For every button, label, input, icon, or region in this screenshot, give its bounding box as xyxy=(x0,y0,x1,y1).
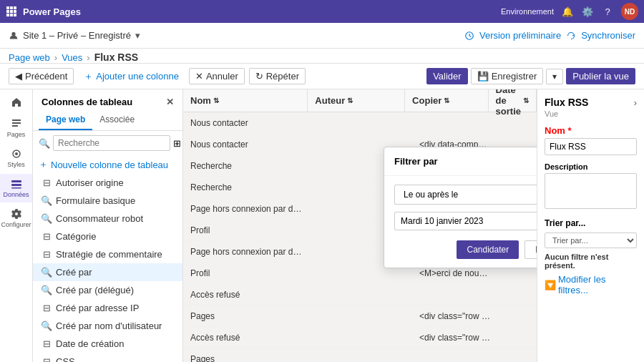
avatar[interactable]: ND xyxy=(621,3,638,20)
rp-name-input[interactable] xyxy=(545,138,637,155)
sync-link[interactable]: Synchroniser xyxy=(581,30,635,41)
search-icon: 🔍 xyxy=(42,268,52,278)
breadcrumb-current: Flux RSS xyxy=(94,52,138,63)
breadcrumb-sep1: › xyxy=(54,52,57,63)
col-auteur[interactable]: Auteur ⇅ xyxy=(308,89,405,112)
preview-link[interactable]: Version préliminaire xyxy=(479,30,561,41)
sidebar-item-cree-par[interactable]: 🔍 Créé par xyxy=(33,263,182,281)
nav-pages[interactable]: Pages xyxy=(0,114,32,142)
publish-button[interactable]: Publier la vue xyxy=(566,68,635,84)
grid-icon[interactable] xyxy=(6,6,17,17)
search-icon: 🔍 xyxy=(42,196,52,206)
table-icon: ⊟ xyxy=(42,303,52,313)
sidebar-item-cree-par-delegue[interactable]: 🔍 Créé par (délégué) xyxy=(33,281,182,299)
nav-data[interactable]: Données xyxy=(0,174,32,202)
breadcrumb-page-web[interactable]: Page web xyxy=(9,52,50,63)
table-row[interactable]: Accès refusé xyxy=(183,284,537,305)
svg-rect-1 xyxy=(10,6,13,9)
nav-styles[interactable]: Styles xyxy=(0,144,32,172)
plus-icon: ＋ xyxy=(84,70,93,83)
filter-icon[interactable]: ⊞ xyxy=(173,138,181,149)
svg-point-15 xyxy=(15,152,18,155)
svg-rect-17 xyxy=(11,184,21,186)
nav-more[interactable] xyxy=(0,357,32,362)
svg-rect-4 xyxy=(10,10,13,13)
help-icon[interactable]: ? xyxy=(601,5,614,18)
chevron-down-icon[interactable]: ▾ xyxy=(135,30,140,41)
search-icon: 🔍 xyxy=(42,285,52,295)
env-label: Environnement xyxy=(501,7,554,16)
rp-modify-filters-button[interactable]: 🔽 Modifier les filtres... xyxy=(545,274,637,295)
col-nom[interactable]: Nom ⇅ xyxy=(183,89,308,112)
validate-button[interactable]: Valider xyxy=(426,68,468,84)
tab-page-web[interactable]: Page web xyxy=(39,110,92,130)
rp-name-label: Nom * xyxy=(545,125,637,136)
bell-icon[interactable]: 🔔 xyxy=(561,5,574,18)
svg-rect-11 xyxy=(12,119,21,121)
clear-filter-button[interactable]: Effacer xyxy=(525,240,537,259)
condition-select[interactable]: Le ou après le Le ou avant le Égal à Dif… xyxy=(394,185,537,205)
rp-expand-icon[interactable]: › xyxy=(634,97,637,108)
col-date[interactable]: Date de sortie ⇅ xyxy=(489,89,537,112)
add-column-button[interactable]: ＋ Ajouter une colonne xyxy=(78,68,185,85)
svg-rect-7 xyxy=(10,14,13,16)
save-button[interactable]: 💾 Enregistrer xyxy=(471,68,544,84)
sidebar-item-formulaire[interactable]: 🔍 Formulaire basique xyxy=(33,192,182,210)
rp-sort-select[interactable]: Trier par... xyxy=(545,233,637,248)
table-row[interactable]: Accès refusé<div class="row sectionBlock… xyxy=(183,327,537,348)
rp-title: Flux RSS xyxy=(545,97,588,108)
sidebar-item-cree-par-nom[interactable]: 🔍 Créé par nom d'utilisateur xyxy=(33,317,182,335)
top-bar: Power Pages Environnement 🔔 ⚙️ ? ND xyxy=(0,0,644,23)
search-input[interactable] xyxy=(53,135,170,151)
rp-desc-label: Description xyxy=(545,162,637,171)
left-sidebar: Colonnes de tableau ✕ Page web Associée … xyxy=(33,89,183,362)
sidebar-item-cree-par-ip[interactable]: ⊟ Créé par adresse IP xyxy=(33,299,182,317)
table-row[interactable]: Pages<div class="row sectionBlockLayout"… xyxy=(183,305,537,327)
rp-sort-label: Trier par... xyxy=(545,218,637,228)
sort-icon: ⇅ xyxy=(213,97,219,104)
right-panel: Flux RSS › Vue Nom * Description Trier p… xyxy=(537,89,644,362)
cancel-button[interactable]: ✕ Annuler xyxy=(189,68,245,84)
back-button[interactable]: ◀ Précédent xyxy=(9,68,74,84)
new-column-button[interactable]: ＋ Nouvelle colonne de tableau xyxy=(33,155,182,174)
close-icon[interactable]: ✕ xyxy=(166,97,174,107)
date-input[interactable] xyxy=(394,212,537,230)
preview-icon xyxy=(465,31,474,40)
rp-subtitle: Vue xyxy=(545,109,637,118)
sidebar-item-categorie[interactable]: ⊟ Catégorie xyxy=(33,228,182,245)
sidebar-item-autoriser-origine[interactable]: ⊟ Autoriser origine xyxy=(33,174,182,192)
modal-body: Le ou après le Le ou avant le Égal à Dif… xyxy=(384,176,537,268)
svg-rect-18 xyxy=(11,187,21,189)
settings-icon[interactable]: ⚙️ xyxy=(581,5,594,18)
sort-icon: ⇅ xyxy=(347,97,353,104)
nav-configure[interactable]: Configurer xyxy=(0,204,32,233)
filter-modal: Filtrer par ✕ Le ou après le Le ou avant… xyxy=(384,147,537,268)
breadcrumb-vues[interactable]: Vues xyxy=(62,52,82,63)
apply-filter-button[interactable]: Candidater xyxy=(457,240,519,259)
svg-rect-2 xyxy=(14,6,16,9)
col-copier[interactable]: Copier ⇅ xyxy=(405,89,488,112)
breadcrumb-sep2: › xyxy=(87,52,89,63)
sidebar-item-consommateur[interactable]: 🔍 Consommateur robot xyxy=(33,210,182,228)
far-left-nav: Pages Styles Données Configurer xyxy=(0,89,33,362)
dropdown-arrow-button[interactable]: ▾ xyxy=(546,69,563,84)
svg-rect-16 xyxy=(11,180,21,182)
sidebar-item-css[interactable]: ⊟ CSS xyxy=(33,353,182,362)
site-label: Site 1 – Privé – Enregistré xyxy=(23,30,131,41)
table-row[interactable]: Pages xyxy=(183,348,537,362)
sidebar-item-date-creation[interactable]: ⊟ Date de création xyxy=(33,335,182,353)
nav-home[interactable] xyxy=(0,92,32,112)
sidebar-item-strategie[interactable]: ⊟ Stratégie de commentaire xyxy=(33,245,182,263)
search-icon: 🔍 xyxy=(39,138,50,149)
sidebar-items-list: ⊟ Autoriser origine 🔍 Formulaire basique… xyxy=(33,174,182,362)
tab-associee[interactable]: Associée xyxy=(92,110,142,130)
sync-icon xyxy=(567,31,575,40)
svg-rect-6 xyxy=(6,14,9,16)
table-row[interactable]: Nous contacter xyxy=(183,112,537,134)
sidebar-tabs: Page web Associée xyxy=(33,110,182,131)
rp-no-filter-text: Aucun filtre n'est présent. xyxy=(545,253,637,270)
repeat-button[interactable]: ↻ Répéter xyxy=(249,68,306,84)
rp-description-textarea[interactable] xyxy=(545,173,637,209)
plus-icon: ＋ xyxy=(39,158,48,171)
search-icon: 🔍 xyxy=(42,214,52,224)
